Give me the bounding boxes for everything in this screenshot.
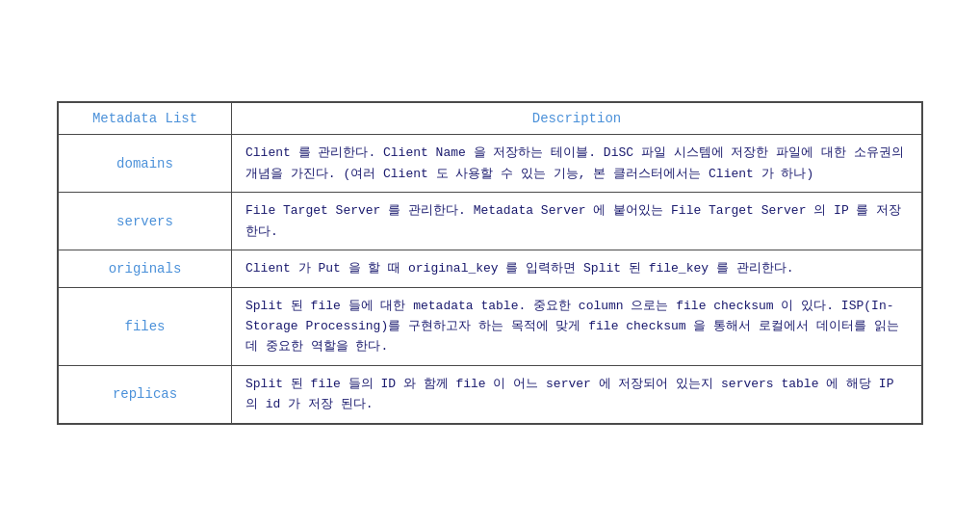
metadata-table: Metadata List Description domainsClient … — [57, 101, 923, 424]
table-row: filesSplit 된 file 들에 대한 metadata table. … — [59, 287, 922, 365]
table-row: domainsClient 를 관리한다. Client Name 을 저장하는… — [59, 135, 922, 193]
table-row: replicasSplit 된 file 들의 ID 와 함께 file 이 어… — [59, 365, 922, 423]
header-metadata-list: Metadata List — [59, 103, 232, 135]
table-row: serversFile Target Server 를 관리한다. Metada… — [59, 193, 922, 250]
table-row: originalsClient 가 Put 을 할 때 original_key… — [59, 250, 922, 287]
metadata-name-cell: files — [59, 287, 232, 365]
metadata-description-cell: Client 가 Put 을 할 때 original_key 를 입력하면 S… — [232, 250, 922, 287]
metadata-description-cell: Split 된 file 들에 대한 metadata table. 중요한 c… — [232, 287, 922, 365]
metadata-description-cell: Split 된 file 들의 ID 와 함께 file 이 어느 server… — [232, 365, 922, 423]
metadata-name-cell: domains — [59, 135, 232, 193]
metadata-name-cell: replicas — [59, 365, 232, 423]
metadata-description-cell: File Target Server 를 관리한다. Metadata Serv… — [232, 193, 922, 250]
metadata-description-cell: Client 를 관리한다. Client Name 을 저장하는 테이블. D… — [232, 135, 922, 193]
header-description: Description — [232, 103, 922, 135]
metadata-name-cell: originals — [59, 250, 232, 287]
metadata-name-cell: servers — [59, 193, 232, 250]
